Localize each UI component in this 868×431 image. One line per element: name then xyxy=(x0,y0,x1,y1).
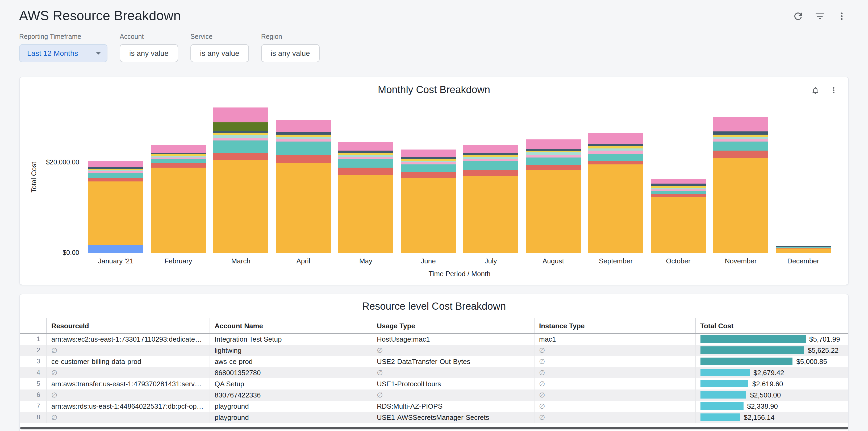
cell-usage-type[interactable]: ∅ xyxy=(372,389,534,400)
cell-resource-id[interactable]: ∅ xyxy=(46,367,210,378)
cell-resource-id[interactable]: arn:aws:rds:us-east-1:448640225317:db:pc… xyxy=(46,400,210,411)
bar-segment-segment-navy[interactable] xyxy=(401,157,456,159)
stacked-bar-7[interactable] xyxy=(463,145,518,253)
bar-segment-segment-pink[interactable] xyxy=(651,179,706,184)
region-filter-button[interactable]: is any value xyxy=(261,44,320,62)
bar-segment-segment-mint[interactable] xyxy=(338,155,393,157)
dashboard-filters-button[interactable] xyxy=(813,9,827,23)
bar-segment-segment-yellow[interactable] xyxy=(713,134,768,136)
cell-total-cost[interactable]: $2,619.60 xyxy=(695,378,848,389)
bar-segment-segment-amber[interactable] xyxy=(463,176,518,253)
cell-instance-type[interactable]: mac1 xyxy=(534,333,695,344)
column-header-instance-type[interactable]: Instance Type xyxy=(534,318,695,333)
bar-segment-segment-pink-light[interactable] xyxy=(588,151,643,154)
cell-total-cost[interactable]: $5,625.22 xyxy=(695,344,848,356)
cell-instance-type[interactable]: ∅ xyxy=(534,378,695,389)
bar-segment-segment-amber[interactable] xyxy=(88,181,143,245)
cell-resource-id[interactable]: ce-customer-billing-data-prod xyxy=(46,356,210,367)
bar-segment-segment-amber[interactable] xyxy=(338,175,393,253)
bar-segment-segment-blue[interactable] xyxy=(88,246,143,253)
bar-segment-segment-pink-light[interactable] xyxy=(713,139,768,141)
stacked-bar-9[interactable] xyxy=(588,133,643,253)
bar-segment-segment-navy[interactable] xyxy=(463,153,518,155)
table-row[interactable]: 6∅830767422336∅∅$2,500.00 xyxy=(20,389,848,400)
cell-total-cost[interactable]: $5,701.99 xyxy=(695,333,848,344)
bar-segment-segment-amber[interactable] xyxy=(151,167,206,253)
bar-segment-segment-mint[interactable] xyxy=(651,188,706,190)
bar-segment-segment-pink[interactable] xyxy=(713,117,768,132)
alerts-button[interactable] xyxy=(809,84,821,96)
bar-segment-segment-red[interactable] xyxy=(276,155,331,163)
bar-segment-segment-pink-light[interactable] xyxy=(338,157,393,159)
table-row[interactable]: 3ce-customer-billing-data-prodaws-ce-pro… xyxy=(20,356,848,367)
bar-segment-segment-pink[interactable] xyxy=(276,119,331,132)
cell-total-cost[interactable]: $2,679.42 xyxy=(695,367,848,378)
bar-segment-segment-mint[interactable] xyxy=(463,157,518,159)
cell-total-cost[interactable]: $2,500.00 xyxy=(695,389,848,400)
bar-segment-segment-teal[interactable] xyxy=(88,173,143,178)
cell-account-name[interactable]: QA Setup xyxy=(210,378,372,389)
table-row[interactable]: 5arn:aws:transfer:us-east-1:479370281431… xyxy=(20,378,848,389)
cell-account-name[interactable]: 868001352780 xyxy=(210,367,372,378)
cell-account-name[interactable]: playground xyxy=(210,411,372,423)
bar-segment-segment-amber[interactable] xyxy=(651,196,706,253)
bar-segment-segment-red[interactable] xyxy=(338,167,393,175)
bar-segment-segment-amber[interactable] xyxy=(588,165,643,253)
cell-total-cost[interactable]: $2,156.14 xyxy=(695,411,848,423)
bar-segment-segment-pink[interactable] xyxy=(463,145,518,153)
bar-segment-segment-navy[interactable] xyxy=(588,144,643,146)
table-row[interactable]: 1arn:aws:ec2:us-east-1:733017110293:dedi… xyxy=(20,333,848,344)
cell-usage-type[interactable]: HostUsage:mac1 xyxy=(372,333,534,344)
bar-segment-segment-teal[interactable] xyxy=(651,191,706,194)
bar-segment-segment-yellow[interactable] xyxy=(213,133,268,135)
bar-segment-segment-pink[interactable] xyxy=(338,142,393,151)
column-header-total-cost[interactable]: Total Cost xyxy=(695,318,848,333)
bar-segment-segment-navy[interactable] xyxy=(213,131,268,133)
bar-segment-segment-pink-light[interactable] xyxy=(276,139,331,141)
bar-segment-segment-navy[interactable] xyxy=(713,132,768,134)
cell-total-cost[interactable]: $2,338.90 xyxy=(695,400,848,411)
bar-segment-segment-amber[interactable] xyxy=(776,249,831,253)
bar-segment-segment-pink[interactable] xyxy=(151,146,206,153)
cell-account-name[interactable]: Integration Test Setup xyxy=(210,333,372,344)
bar-segment-segment-teal[interactable] xyxy=(463,161,518,170)
bar-segment-segment-pink[interactable] xyxy=(588,133,643,144)
bar-segment-segment-yellow[interactable] xyxy=(276,134,331,136)
cell-instance-type[interactable]: ∅ xyxy=(534,400,695,411)
bar-segment-segment-mint[interactable] xyxy=(213,135,268,137)
cell-usage-type[interactable]: USE2-DataTransfer-Out-Bytes xyxy=(372,356,534,367)
more-options-button[interactable] xyxy=(835,9,849,23)
bar-segment-segment-teal[interactable] xyxy=(151,159,206,163)
cell-usage-type[interactable]: ∅ xyxy=(372,344,534,356)
bar-segment-segment-mint[interactable] xyxy=(276,136,331,139)
bar-segment-segment-navy[interactable] xyxy=(651,184,706,186)
bar-segment-segment-navy[interactable] xyxy=(338,151,393,153)
column-header-resourceid[interactable]: ResourceId xyxy=(46,318,210,333)
bar-segment-segment-pink-light[interactable] xyxy=(463,159,518,161)
stacked-bar-1[interactable] xyxy=(88,161,143,253)
stacked-bar-10[interactable] xyxy=(651,179,706,253)
bar-segment-segment-teal[interactable] xyxy=(526,157,581,165)
timeframe-dropdown[interactable]: Last 12 Months xyxy=(19,44,107,62)
bar-segment-segment-red[interactable] xyxy=(151,163,206,167)
bar-segment-segment-amber[interactable] xyxy=(526,170,581,253)
bar-segment-segment-amber[interactable] xyxy=(213,160,268,253)
cell-instance-type[interactable]: ∅ xyxy=(534,367,695,378)
cell-usage-type[interactable]: USE1-AWSSecretsManager-Secrets xyxy=(372,411,534,423)
table-row[interactable]: 7arn:aws:rds:us-east-1:448640225317:db:p… xyxy=(20,400,848,411)
table-row[interactable]: 8∅playgroundUSE1-AWSSecretsManager-Secre… xyxy=(20,411,848,423)
bar-segment-segment-red[interactable] xyxy=(88,178,143,181)
bar-segment-segment-pink-light[interactable] xyxy=(526,155,581,157)
bar-segment-segment-teal[interactable] xyxy=(588,154,643,161)
cell-account-name[interactable]: playground xyxy=(210,400,372,411)
bar-segment-segment-mint[interactable] xyxy=(526,152,581,155)
account-filter-button[interactable]: is any value xyxy=(120,44,178,62)
table-row[interactable]: 2∅lightwing∅∅$5,625.22 xyxy=(20,344,848,356)
stacked-bar-5[interactable] xyxy=(338,142,393,253)
bar-segment-segment-pink-light[interactable] xyxy=(401,162,456,165)
bar-segment-segment-navy[interactable] xyxy=(151,153,206,155)
bar-segment-segment-teal[interactable] xyxy=(213,141,268,153)
bar-segment-segment-pink[interactable] xyxy=(526,140,581,149)
stacked-bar-3[interactable] xyxy=(213,108,268,253)
column-header-usage-type[interactable]: Usage Type xyxy=(372,318,534,333)
